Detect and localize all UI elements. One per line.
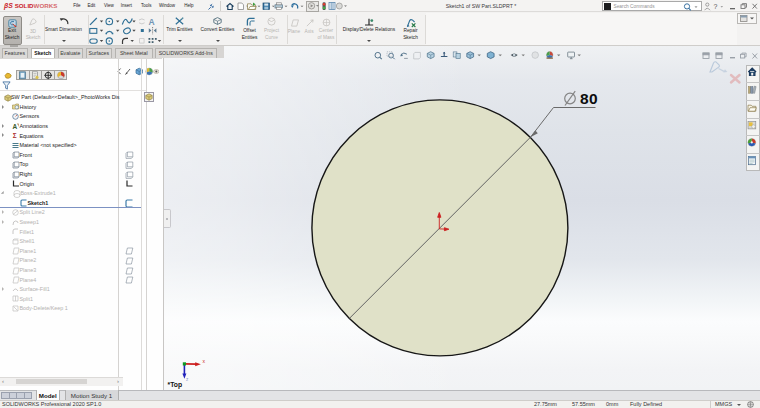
svg-text:80: 80 [580, 90, 598, 107]
svg-text:x: x [203, 358, 206, 364]
svg-text:?: ? [714, 3, 718, 10]
svg-text:Σ: Σ [12, 132, 16, 139]
svg-text:z: z [186, 377, 189, 382]
svg-text:A: A [12, 123, 17, 130]
svg-text:A: A [149, 17, 155, 27]
